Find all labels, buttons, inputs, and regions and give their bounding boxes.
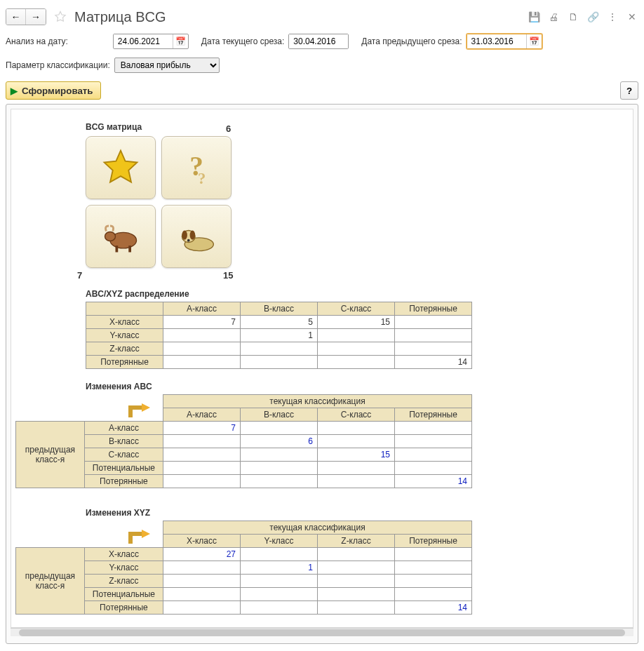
arrow-icon: [125, 401, 153, 420]
calendar-icon[interactable]: 📅: [526, 34, 542, 48]
xyz-change-title: Изменения XYZ: [86, 508, 629, 518]
nav-forward-button[interactable]: →: [26, 9, 46, 25]
param-select[interactable]: Валовая прибыль: [114, 58, 220, 73]
star-icon: [100, 147, 142, 189]
analysis-date-label: Анализ на дату:: [6, 36, 68, 46]
bcg-count-cow: 7: [77, 270, 82, 281]
abcxyz-table: А-класс B-класс C-класс Потерянные X-кла…: [86, 302, 472, 369]
bcg-tile-star[interactable]: [86, 136, 156, 199]
favorite-star-icon[interactable]: [53, 10, 67, 24]
more-icon[interactable]: ⋮: [606, 11, 619, 23]
current-slice-input[interactable]: [289, 34, 348, 48]
bcg-tile-dog[interactable]: [161, 205, 232, 268]
abc-change-table: текущая классификация А-класс B-класс C-…: [15, 394, 472, 488]
form-report-button[interactable]: ▶ Сформировать: [6, 81, 101, 100]
link-icon[interactable]: 🔗: [586, 11, 599, 23]
svg-rect-5: [128, 246, 131, 252]
cow-icon: [100, 215, 142, 257]
calendar-icon[interactable]: 📅: [173, 34, 188, 48]
report-area[interactable]: BCG матрица 6 ??: [11, 109, 633, 628]
print-icon[interactable]: 🖨: [547, 11, 560, 23]
play-icon: ▶: [11, 86, 18, 96]
arrow-icon: [125, 527, 153, 546]
close-icon[interactable]: ✕: [626, 11, 638, 23]
bcg-count-dog: 15: [223, 270, 233, 281]
bcg-count-question: 6: [226, 123, 231, 134]
bcg-tile-question[interactable]: ??: [161, 136, 232, 199]
dog-icon: [175, 215, 217, 257]
bcg-tile-cow[interactable]: [86, 205, 156, 268]
xyz-change-table: текущая классификация X-класс Y-класс Z-…: [15, 521, 472, 615]
abcxyz-title: ABC/XYZ распределение: [86, 289, 629, 299]
svg-point-8: [182, 231, 187, 240]
help-button[interactable]: ?: [620, 81, 638, 100]
svg-rect-4: [116, 246, 119, 252]
abc-change-title: Изменения ABC: [86, 382, 629, 391]
svg-point-9: [190, 231, 196, 240]
question-icon: ??: [175, 147, 217, 189]
horizontal-scrollbar[interactable]: [11, 628, 633, 636]
preview-icon[interactable]: 🗋: [567, 11, 579, 23]
previous-slice-input[interactable]: [467, 34, 526, 48]
analysis-date-input[interactable]: [114, 34, 173, 48]
previous-slice-label: Дата предыдущего среза:: [361, 36, 462, 46]
svg-point-3: [105, 231, 116, 241]
bcg-title: BCG матрица: [86, 122, 629, 132]
save-icon[interactable]: 💾: [528, 11, 540, 23]
page-title: Матрица BCG: [74, 9, 166, 25]
svg-point-10: [187, 239, 190, 242]
param-label: Параметр классификации:: [6, 60, 110, 70]
current-slice-label: Дата текущего среза:: [201, 36, 284, 46]
svg-text:?: ?: [198, 170, 206, 187]
nav-back-button[interactable]: ←: [6, 9, 26, 25]
